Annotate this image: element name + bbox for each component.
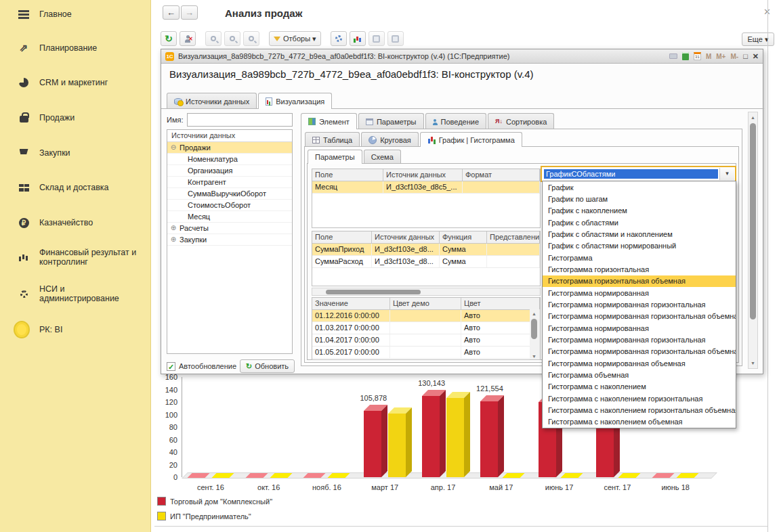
column-header[interactable]: Цвет — [461, 298, 540, 309]
dropdown-option[interactable]: Гистограмма нормированная — [543, 287, 736, 298]
table-row[interactable]: СуммаПриход И_d3cf103e_d8... Сумма — [312, 244, 540, 256]
table-vertical-scrollbar[interactable]: ▲▼ — [530, 309, 540, 360]
column-header[interactable]: Источник данных — [383, 169, 463, 181]
expand-icon[interactable]: ⊕ — [170, 234, 177, 245]
extra-button-1[interactable] — [369, 31, 385, 46]
autorefresh-checkbox[interactable]: ✓ — [167, 362, 175, 371]
dropdown-option[interactable]: Гистограмма нормированная горизонтальная — [543, 298, 736, 310]
tree-item-sales[interactable]: ⊖Продажи — [167, 142, 292, 154]
filters-button[interactable]: Отборы ▾ — [269, 31, 321, 46]
sidebar-item-sales[interactable]: Продажи — [0, 112, 151, 124]
refresh-button[interactable]: ↻ — [161, 31, 177, 46]
sidebar-item-nsi[interactable]: НСИ и администрирование — [0, 284, 151, 303]
dropdown-option[interactable]: Гистограмма нормированная горизонтальная… — [543, 346, 736, 357]
tree-item-cost[interactable]: СтоимостьОборот — [167, 200, 292, 211]
tab-sorting[interactable]: Я↓Сортировка — [488, 113, 554, 129]
dropdown-option[interactable]: Гистограмма с накоплением — [543, 381, 736, 393]
dropdown-option[interactable]: График по шагам — [543, 193, 736, 204]
dropdown-option-highlighted[interactable]: Гистограмма горизонтальная объемная — [543, 275, 736, 287]
collapse-icon[interactable]: ⊖ — [170, 142, 177, 153]
tree-item-counterparty[interactable]: Контрагент — [167, 177, 292, 188]
dropdown-option[interactable]: Гистограмма с накоплением горизонтальная — [543, 393, 736, 404]
tree-item-month[interactable]: Месяц — [167, 211, 292, 223]
tab-parameters[interactable]: Параметры — [358, 113, 424, 129]
calculator-icon[interactable] — [682, 52, 689, 60]
refresh-data-button[interactable]: ↻Обновить — [240, 359, 295, 373]
table-row[interactable]: 01.04.2017 0:00:00 Авто — [312, 334, 540, 347]
dropdown-option[interactable]: Гистограмма горизонтальная — [543, 263, 736, 275]
sidebar-item-treasury[interactable]: ₽Казначейство — [0, 217, 151, 229]
tree-item-nomenclature[interactable]: Номенклатура — [167, 154, 292, 165]
dropdown-option[interactable]: График с областями нормированный — [543, 240, 736, 252]
dropdown-option[interactable]: Гистограмма нормированная — [543, 322, 736, 334]
memory-mminus-button[interactable]: M- — [730, 53, 738, 60]
sidebar-item-bi[interactable]: РК: BI — [0, 324, 151, 336]
search-button-2[interactable] — [224, 31, 240, 46]
tab-data-sources[interactable]: Источники данных — [167, 93, 257, 109]
table-row[interactable]: 01.05.2017 0:00:00 Авто — [312, 347, 540, 359]
sidebar-item-main[interactable]: Главное — [0, 8, 151, 20]
maximize-button[interactable]: □ — [743, 52, 748, 60]
tab-behavior[interactable]: Поведение — [425, 113, 487, 129]
dropdown-option[interactable]: График с областями и накоплением — [543, 228, 736, 240]
tab-table[interactable]: Таблица — [305, 132, 360, 147]
tab-schema[interactable]: Схема — [364, 150, 401, 164]
forward-button[interactable]: → — [181, 5, 198, 20]
memory-mplus-button[interactable]: M+ — [716, 53, 725, 60]
dropdown-option[interactable]: Гистограмма объемная — [543, 369, 736, 380]
dropdown-option[interactable]: Гистограмма с накоплением горизонтальная… — [543, 404, 736, 416]
dropdown-option[interactable]: Гистограмма нормированная горизонтальная… — [543, 311, 736, 322]
search-button-1[interactable] — [205, 31, 222, 46]
dropdown-option[interactable]: Гистограмма нормированная горизонтальная — [543, 334, 736, 345]
column-header[interactable]: Цвет демо — [390, 298, 461, 309]
table-row[interactable]: 01.03.2017 0:00:00 Авто — [312, 322, 540, 334]
column-header[interactable]: Источник данных — [372, 231, 440, 243]
dialog-titlebar[interactable]: 1С Визуализация_8a989bcb_727b_4772_b9ea_… — [161, 49, 763, 64]
tab-pie[interactable]: Круговая — [361, 132, 419, 147]
dropdown-option[interactable]: Гистограмма с накоплением объемная — [543, 416, 736, 428]
column-header[interactable]: Формат — [463, 169, 540, 181]
tree-item-purchases[interactable]: ⊕Закупки — [167, 234, 292, 246]
user-filter-button[interactable] — [180, 31, 196, 46]
back-button[interactable]: ← — [163, 5, 180, 20]
calendar-icon[interactable]: 31 — [694, 52, 701, 60]
sidebar-item-planning[interactable]: ⇗Планирование — [0, 42, 151, 54]
chart-settings-button[interactable] — [350, 31, 366, 46]
column-header[interactable]: Представление — [487, 231, 540, 243]
column-header[interactable]: Значение — [312, 298, 390, 309]
sidebar-item-crm[interactable]: CRM и маркетинг — [0, 76, 151, 89]
tab-element[interactable]: Элемент — [301, 113, 357, 129]
horizontal-scrollbar[interactable] — [312, 288, 541, 296]
dropdown-option[interactable]: График с накоплением — [543, 205, 736, 217]
column-header[interactable]: Поле — [312, 169, 383, 181]
search-button-3[interactable] — [243, 31, 259, 46]
sidebar-item-warehouse[interactable]: Склад и доставка — [0, 181, 151, 194]
dialog-vertical-scrollbar[interactable]: ▲ ▼ — [748, 112, 758, 369]
memory-m-button[interactable]: M — [706, 53, 711, 60]
table-row[interactable]: 01.12.2016 0:00:00 Авто — [312, 310, 540, 322]
column-header[interactable]: Функция — [440, 231, 487, 243]
table-row[interactable]: Месяц И_d3cf103e_d8c5_... — [312, 181, 540, 194]
expand-icon[interactable]: ⊕ — [170, 223, 177, 234]
extra-button-2[interactable] — [387, 31, 404, 46]
sidebar-item-finresult[interactable]: Финансовый результат и контроллинг — [0, 248, 151, 267]
dropdown-option[interactable]: Гистограмма — [543, 252, 736, 263]
combo-dropdown-arrow[interactable]: ▾ — [719, 168, 734, 180]
tree-item-revenue[interactable]: СуммаВыручкиОборот — [167, 188, 292, 200]
tree-item-organization[interactable]: Организация — [167, 165, 292, 177]
printer-icon[interactable] — [669, 53, 677, 59]
settings-button[interactable] — [331, 31, 347, 46]
chart-kind-combobox[interactable]: ГрафикСОбластями ▾ — [541, 166, 736, 182]
tree-item-calculations[interactable]: ⊕Расчеты — [167, 223, 292, 234]
dropdown-option[interactable]: График с областями — [543, 217, 736, 228]
table-row[interactable]: СуммаРасход И_d3cf103e_d8... Сумма — [312, 256, 540, 268]
dropdown-option[interactable]: График — [543, 181, 736, 193]
dialog-close-button[interactable]: ✕ — [753, 52, 759, 61]
tab-visualization[interactable]: Визуализация — [258, 93, 332, 109]
dropdown-option[interactable]: Гистограмма нормированная объемная — [543, 357, 736, 369]
more-button[interactable]: Еще ▾ — [742, 32, 774, 46]
sidebar-item-purchases[interactable]: Закупки — [0, 147, 151, 159]
column-header[interactable]: Поле — [312, 231, 372, 243]
name-input[interactable] — [187, 113, 293, 127]
tab-histogram[interactable]: График | Гистограмма — [420, 132, 522, 147]
